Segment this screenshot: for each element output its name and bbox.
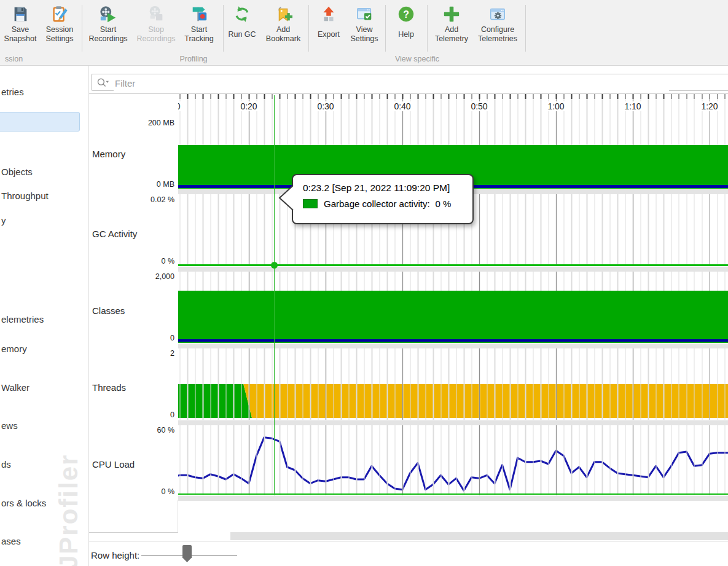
classes-area [178,291,728,343]
major-gridline [479,194,480,266]
sidebar-item-fragment[interactable]: ews [1,420,18,431]
scale-max-label: 60 % [157,426,175,434]
major-gridline [402,425,403,495]
scale-min-label: 0 [170,334,174,342]
telemetry-row-name: Threads [92,382,126,393]
next-row-gutter [89,500,178,533]
sidebar-item-fragment[interactable]: y [1,215,6,226]
row-height-label: Row height: [91,550,139,560]
major-gridline [556,194,557,266]
row-label-gutter: 200 MB0 MBMemory0.02 %0 %GC Activity2,00… [89,94,178,500]
tooltip-timestamp: 0:23.2 [Sep 21, 2022 11:09:20 PM] [303,183,472,194]
toolbar-separator [308,5,309,52]
gc-activity-data-point [271,262,278,269]
row-separator [89,420,728,425]
session-settings-button[interactable]: SessionSettings [39,3,80,51]
sidebar-item-fragment[interactable]: etries [1,87,24,97]
chart-cursor-line [274,95,275,495]
cpu-gc-load-line [178,493,728,495]
time-label: 0:40 [392,101,412,111]
telemetry-row-threads[interactable] [178,348,728,420]
sidebar-item-fragment[interactable]: elemetries [1,314,44,324]
svg-text:?: ? [403,9,409,20]
sidebar-item-fragment[interactable]: ases [1,536,21,546]
toolbar-separator [525,5,526,52]
sidebar-item-fragment[interactable]: ors & locks [1,498,46,508]
sidebar-item-fragment[interactable]: ds [1,459,11,470]
time-label: 0:10 [178,101,182,111]
horizontal-scrollbar-thumb[interactable] [230,532,728,540]
sidebar-item-fragment[interactable]: emory [1,344,27,354]
major-gridline [249,194,249,266]
add-telemetry-button[interactable]: AddTelemetry [428,3,475,51]
minor-gridlines [178,99,728,116]
filter-field[interactable] [91,74,728,91]
major-gridline [633,348,633,420]
toolbar-separator [223,5,224,52]
gc-activity-line [178,264,728,266]
minor-gridlines [178,348,728,420]
group-caption-profiling: Profiling [179,55,207,63]
toolbar-separator [427,5,428,52]
telemetry-row-name: CPU Load [92,459,135,470]
bookmark-plus-icon [274,3,292,25]
telemetry-row-classes[interactable] [178,271,728,343]
row-height-slider-thumb[interactable] [182,545,192,562]
sidebar-item-fragment[interactable]: Walker [1,382,29,393]
time-label: 0:30 [315,101,335,111]
chart-tooltip: 0:23.2 [Sep 21, 2022 11:09:20 PM] Garbag… [292,174,474,224]
start-tracking-button[interactable]: StartTracking [179,3,219,51]
major-gridline [556,425,557,495]
view-settings-button[interactable]: ViewSettings [345,3,384,51]
row-separator [89,496,728,501]
jprofiler-watermark: JProfiler [54,385,84,566]
filter-input[interactable] [114,75,669,91]
sidebar-item-fragment[interactable]: Objects [1,167,33,177]
main-toolbar: SaveSnapshot SessionSettings StartRecord… [0,0,728,66]
clipboard-pencil-icon [50,3,69,25]
scale-max-label: 2 [170,349,174,358]
telemetry-row-name: GC Activity [92,229,137,239]
tooltip-arrow [278,185,294,211]
bottom-divider [89,541,728,542]
classes-baseline [178,339,728,342]
major-gridline [633,194,633,266]
plus-icon [442,3,461,25]
major-gridline [556,348,557,420]
floppy-disk-icon [11,3,29,25]
telemetry-row-cpu[interactable] [178,425,728,495]
time-label: 1:00 [546,101,566,111]
timeline-header[interactable]: 0:100:200:300:400:501:001:101:20 [178,94,728,116]
add-bookmark-button[interactable]: AddBookmark [260,3,307,51]
scale-max-label: 2,000 [155,272,174,281]
stop-recordings-button: StopRecordings [131,3,181,51]
run-gc-button[interactable]: Run GC [225,3,259,51]
scale-min-label: 0 MB [157,180,174,189]
sidebar-item-selected[interactable] [0,112,80,132]
sidebar-item-fragment[interactable]: Throughput [1,191,49,201]
telemetry-row-name: Memory [92,149,125,159]
series-color-swatch [303,199,318,208]
recycle-arrows-icon [233,3,251,25]
major-gridline [710,194,710,266]
save-snapshot-button[interactable]: SaveSnapshot [1,3,39,51]
export-button[interactable]: Export [311,3,346,51]
help-button[interactable]: ? Help [390,3,422,51]
time-label: 1:20 [699,101,719,111]
telemetry-row-name: Classes [92,305,125,316]
start-recordings-button[interactable]: StartRecordings [84,3,133,51]
scale-max-label: 200 MB [148,119,174,127]
minor-gridlines [178,425,728,495]
film-reel-stop-icon [147,3,165,25]
major-gridline [479,425,480,495]
scale-max-label: 0.02 % [151,195,174,204]
question-mark-icon: ? [397,3,415,25]
row-separator [89,344,728,348]
configure-telemetries-button[interactable]: ConfigureTelemetries [471,3,525,51]
group-caption-view-specific: View specific [395,55,439,63]
export-arrow-icon [319,3,338,25]
signpost-record-icon [190,3,208,25]
major-gridline [326,348,326,420]
row-separator [89,267,728,272]
window-gear-icon [488,3,507,25]
